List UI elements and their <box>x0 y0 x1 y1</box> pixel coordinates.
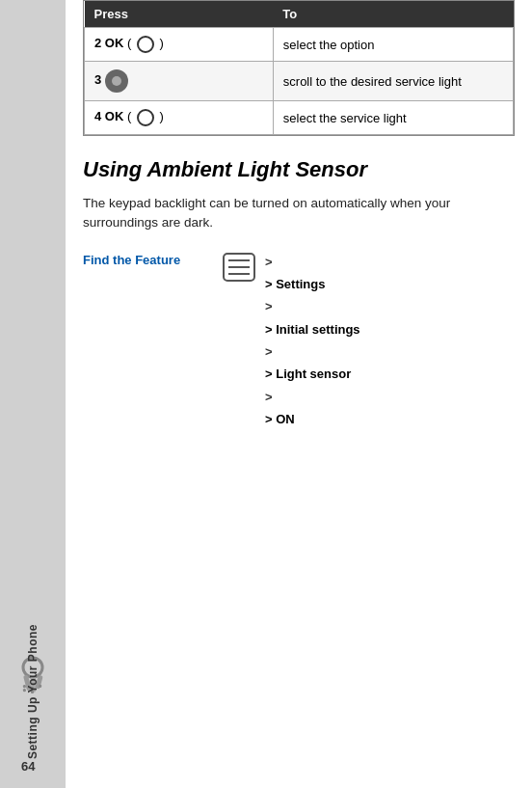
section-heading: Using Ambient Light Sensor <box>83 157 515 182</box>
circle-button-icon <box>137 36 154 53</box>
path-item-settings: >> Settings <box>265 251 360 296</box>
table-cell-action: select the service light <box>273 101 513 135</box>
section-body: The keypad backlight can be turned on au… <box>83 194 515 233</box>
open-paren: ( <box>127 109 135 123</box>
circle-button-icon <box>137 109 154 126</box>
open-paren: ( <box>127 36 135 50</box>
table-row: 4 OK ( ) select the service light <box>85 101 514 135</box>
close-paren: ) <box>160 36 164 50</box>
table-header-to: To <box>273 1 513 28</box>
nav-button-icon <box>105 69 128 93</box>
feature-path: >> Settings >> Initial settings >> Light… <box>265 251 360 431</box>
row-number: 2 <box>94 36 101 50</box>
find-feature-block: Find the Feature >> Settings >> Initial … <box>83 251 515 431</box>
table-row: 2 OK ( ) select the option <box>85 28 514 62</box>
table-cell-action: select the option <box>273 28 513 62</box>
ok-key-label: OK <box>105 109 124 123</box>
close-paren: ) <box>160 109 164 123</box>
ok-key-label: OK <box>105 36 124 50</box>
row-number: 3 <box>94 72 101 87</box>
instruction-table: Press To 2 OK ( ) select the option <box>83 0 515 136</box>
menu-icon <box>223 253 255 285</box>
sidebar-label: Setting Up Your Phone <box>26 624 40 759</box>
find-feature-label: Find the Feature <box>83 251 208 267</box>
path-item-on: >> ON <box>265 386 360 431</box>
path-item-initial: >> Initial settings <box>265 295 360 340</box>
table-row: 3 scroll to the desired service light <box>85 62 514 101</box>
table-cell-action: scroll to the desired service light <box>273 62 513 101</box>
sidebar: Setting Up Your Phone 64 <box>0 0 66 788</box>
main-content: Press To 2 OK ( ) select the option <box>66 0 532 788</box>
row-number: 4 <box>94 109 101 123</box>
page-number: 64 <box>21 759 35 774</box>
path-item-light: >> Light sensor <box>265 340 360 386</box>
table-header-press: Press <box>85 1 274 28</box>
